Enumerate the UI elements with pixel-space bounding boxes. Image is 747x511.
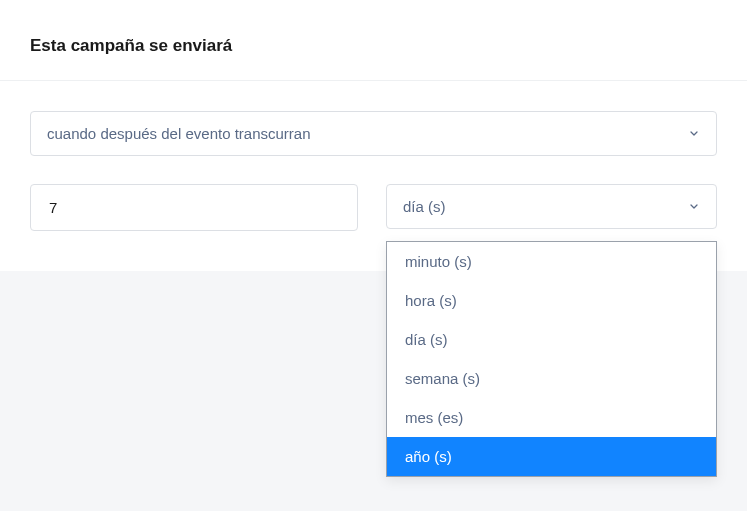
- unit-option[interactable]: mes (es): [387, 398, 716, 437]
- unit-option[interactable]: hora (s): [387, 281, 716, 320]
- unit-dropdown: minuto (s)hora (s)día (s)semana (s)mes (…: [386, 241, 717, 477]
- unit-select-value: día (s): [403, 198, 446, 215]
- panel-title: Esta campaña se enviará: [30, 36, 717, 56]
- quantity-unit-row: día (s) minuto (s)hora (s)día (s)semana …: [30, 184, 717, 231]
- quantity-input[interactable]: [30, 184, 358, 231]
- unit-option[interactable]: minuto (s): [387, 242, 716, 281]
- chevron-down-icon: [688, 125, 700, 142]
- campaign-send-panel: Esta campaña se enviará cuando después d…: [0, 0, 747, 271]
- condition-row: cuando después del evento transcurran: [30, 111, 717, 156]
- panel-header: Esta campaña se enviará: [0, 0, 747, 81]
- condition-select-value: cuando después del evento transcurran: [47, 125, 311, 142]
- panel-content: cuando después del evento transcurran dí…: [0, 81, 747, 231]
- unit-select[interactable]: día (s): [386, 184, 717, 229]
- chevron-down-icon: [688, 198, 700, 215]
- condition-select[interactable]: cuando después del evento transcurran: [30, 111, 717, 156]
- unit-option[interactable]: año (s): [387, 437, 716, 476]
- unit-option[interactable]: semana (s): [387, 359, 716, 398]
- unit-option[interactable]: día (s): [387, 320, 716, 359]
- unit-wrapper: día (s) minuto (s)hora (s)día (s)semana …: [386, 184, 717, 231]
